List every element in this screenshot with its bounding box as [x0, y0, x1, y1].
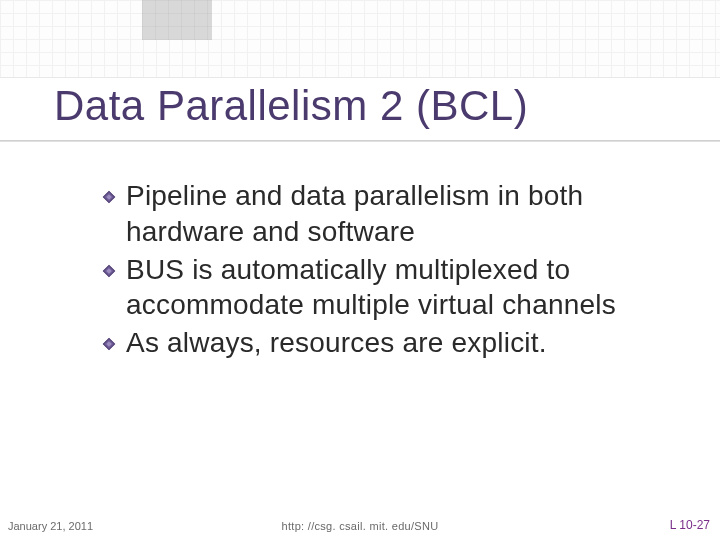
bullet-item: Pipeline and data parallelism in both ha… [102, 178, 680, 250]
bullet-text: BUS is automatically multiplexed to acco… [126, 254, 616, 321]
bullet-item: As always, resources are explicit. [102, 325, 680, 361]
footer-url: http: //csg. csail. mit. edu/SNU [282, 520, 439, 532]
title-underline [0, 140, 720, 142]
bullet-item: BUS is automatically multiplexed to acco… [102, 252, 680, 324]
diamond-bullet-icon [102, 190, 116, 204]
diamond-bullet-icon [102, 337, 116, 351]
slide-content: Pipeline and data parallelism in both ha… [102, 178, 680, 363]
bullet-text: As always, resources are explicit. [126, 327, 547, 358]
footer-date: January 21, 2011 [8, 520, 93, 532]
footer-slide-number: L 10-27 [670, 518, 710, 532]
slide-footer: January 21, 2011 http: //csg. csail. mit… [0, 512, 720, 532]
top-tab-shape [142, 0, 212, 40]
top-grid-texture [0, 0, 720, 78]
bullet-text: Pipeline and data parallelism in both ha… [126, 180, 583, 247]
diamond-bullet-icon [102, 264, 116, 278]
slide-title: Data Parallelism 2 (BCL) [54, 82, 528, 130]
